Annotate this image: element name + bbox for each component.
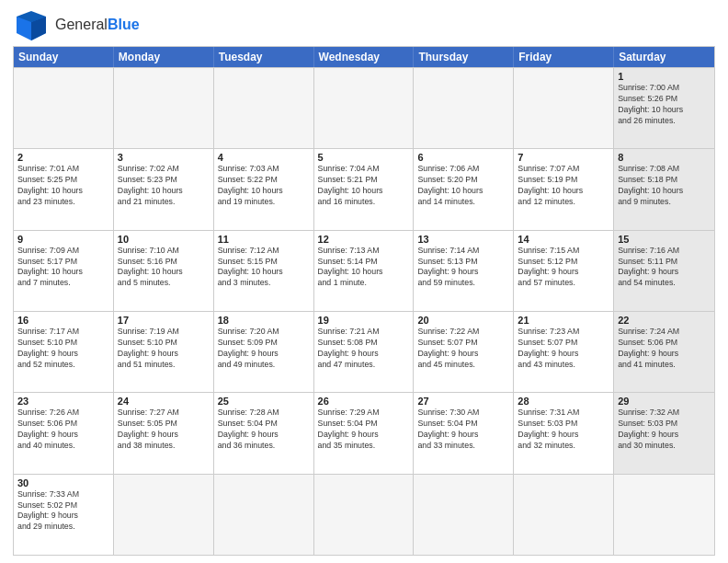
day-number: 28 bbox=[518, 396, 609, 407]
day-number: 7 bbox=[518, 152, 609, 163]
cal-cell-w2d6: 15Sunrise: 7:16 AM Sunset: 5:11 PM Dayli… bbox=[614, 231, 714, 311]
cal-cell-w1d5: 7Sunrise: 7:07 AM Sunset: 5:19 PM Daylig… bbox=[514, 149, 614, 229]
generalblue-logo-icon bbox=[13, 9, 50, 40]
day-info: Sunrise: 7:07 AM Sunset: 5:19 PM Dayligh… bbox=[518, 164, 609, 208]
cal-cell-w1d0: 2Sunrise: 7:01 AM Sunset: 5:25 PM Daylig… bbox=[14, 149, 114, 229]
day-number: 16 bbox=[17, 315, 109, 326]
calendar: SundayMondayTuesdayWednesdayThursdayFrid… bbox=[13, 46, 715, 556]
day-info: Sunrise: 7:13 AM Sunset: 5:14 PM Dayligh… bbox=[318, 246, 410, 290]
cal-cell-w2d0: 9Sunrise: 7:09 AM Sunset: 5:17 PM Daylig… bbox=[14, 231, 114, 311]
day-number: 1 bbox=[618, 71, 711, 82]
day-info: Sunrise: 7:12 AM Sunset: 5:15 PM Dayligh… bbox=[218, 246, 310, 290]
header-day-monday: Monday bbox=[114, 47, 214, 67]
cal-cell-w3d6: 22Sunrise: 7:24 AM Sunset: 5:06 PM Dayli… bbox=[614, 312, 714, 392]
day-info: Sunrise: 7:02 AM Sunset: 5:23 PM Dayligh… bbox=[118, 164, 210, 208]
day-number: 2 bbox=[17, 152, 109, 163]
day-number: 12 bbox=[318, 234, 410, 245]
cal-cell-w0d0 bbox=[14, 68, 114, 148]
day-info: Sunrise: 7:32 AM Sunset: 5:03 PM Dayligh… bbox=[618, 408, 711, 452]
day-info: Sunrise: 7:16 AM Sunset: 5:11 PM Dayligh… bbox=[618, 246, 711, 290]
day-info: Sunrise: 7:23 AM Sunset: 5:07 PM Dayligh… bbox=[518, 327, 609, 371]
cal-cell-w4d5: 28Sunrise: 7:31 AM Sunset: 5:03 PM Dayli… bbox=[514, 393, 614, 473]
day-number: 3 bbox=[118, 152, 210, 163]
week-row-1: 2Sunrise: 7:01 AM Sunset: 5:25 PM Daylig… bbox=[14, 148, 714, 229]
day-number: 17 bbox=[118, 315, 210, 326]
day-number: 5 bbox=[318, 152, 410, 163]
cal-cell-w0d4 bbox=[414, 68, 514, 148]
day-number: 25 bbox=[218, 396, 310, 407]
header-day-friday: Friday bbox=[514, 47, 614, 67]
cal-cell-w0d6: 1Sunrise: 7:00 AM Sunset: 5:26 PM Daylig… bbox=[614, 68, 714, 148]
cal-cell-w5d0: 30Sunrise: 7:33 AM Sunset: 5:02 PM Dayli… bbox=[14, 475, 114, 555]
cal-cell-w1d4: 6Sunrise: 7:06 AM Sunset: 5:20 PM Daylig… bbox=[414, 149, 514, 229]
day-info: Sunrise: 7:01 AM Sunset: 5:25 PM Dayligh… bbox=[17, 164, 109, 208]
cal-cell-w4d6: 29Sunrise: 7:32 AM Sunset: 5:03 PM Dayli… bbox=[614, 393, 714, 473]
day-info: Sunrise: 7:20 AM Sunset: 5:09 PM Dayligh… bbox=[218, 327, 310, 371]
cal-cell-w3d1: 17Sunrise: 7:19 AM Sunset: 5:10 PM Dayli… bbox=[114, 312, 214, 392]
day-info: Sunrise: 7:26 AM Sunset: 5:06 PM Dayligh… bbox=[17, 408, 109, 452]
cal-cell-w0d2 bbox=[214, 68, 314, 148]
day-info: Sunrise: 7:28 AM Sunset: 5:04 PM Dayligh… bbox=[218, 408, 310, 452]
cal-cell-w5d3 bbox=[314, 475, 415, 555]
cal-cell-w3d3: 19Sunrise: 7:21 AM Sunset: 5:08 PM Dayli… bbox=[314, 312, 415, 392]
cal-cell-w4d4: 27Sunrise: 7:30 AM Sunset: 5:04 PM Dayli… bbox=[414, 393, 514, 473]
cal-cell-w2d2: 11Sunrise: 7:12 AM Sunset: 5:15 PM Dayli… bbox=[214, 231, 314, 311]
calendar-header: SundayMondayTuesdayWednesdayThursdayFrid… bbox=[14, 47, 714, 67]
day-number: 14 bbox=[518, 234, 609, 245]
cal-cell-w5d4 bbox=[414, 475, 514, 555]
cal-cell-w4d2: 25Sunrise: 7:28 AM Sunset: 5:04 PM Dayli… bbox=[214, 393, 314, 473]
day-number: 26 bbox=[318, 396, 410, 407]
day-number: 21 bbox=[518, 315, 609, 326]
day-info: Sunrise: 7:09 AM Sunset: 5:17 PM Dayligh… bbox=[17, 246, 109, 290]
cal-cell-w1d3: 5Sunrise: 7:04 AM Sunset: 5:21 PM Daylig… bbox=[314, 149, 415, 229]
cal-cell-w3d5: 21Sunrise: 7:23 AM Sunset: 5:07 PM Dayli… bbox=[514, 312, 614, 392]
cal-cell-w5d1 bbox=[114, 475, 214, 555]
week-row-5: 30Sunrise: 7:33 AM Sunset: 5:02 PM Dayli… bbox=[14, 474, 714, 555]
day-number: 4 bbox=[218, 152, 310, 163]
day-number: 20 bbox=[417, 315, 509, 326]
logo-general: General bbox=[55, 17, 108, 32]
day-info: Sunrise: 7:22 AM Sunset: 5:07 PM Dayligh… bbox=[417, 327, 509, 371]
day-info: Sunrise: 7:33 AM Sunset: 5:02 PM Dayligh… bbox=[17, 489, 109, 534]
cal-cell-w1d6: 8Sunrise: 7:08 AM Sunset: 5:18 PM Daylig… bbox=[614, 149, 714, 229]
cal-cell-w3d4: 20Sunrise: 7:22 AM Sunset: 5:07 PM Dayli… bbox=[414, 312, 514, 392]
day-number: 8 bbox=[618, 152, 711, 163]
header-day-saturday: Saturday bbox=[614, 47, 714, 67]
week-row-3: 16Sunrise: 7:17 AM Sunset: 5:10 PM Dayli… bbox=[14, 311, 714, 392]
day-info: Sunrise: 7:30 AM Sunset: 5:04 PM Dayligh… bbox=[417, 408, 509, 452]
day-number: 29 bbox=[618, 396, 711, 407]
cal-cell-w5d5 bbox=[514, 475, 614, 555]
day-number: 24 bbox=[118, 396, 210, 407]
week-row-0: 1Sunrise: 7:00 AM Sunset: 5:26 PM Daylig… bbox=[14, 67, 714, 148]
day-info: Sunrise: 7:04 AM Sunset: 5:21 PM Dayligh… bbox=[318, 164, 410, 208]
day-info: Sunrise: 7:03 AM Sunset: 5:22 PM Dayligh… bbox=[218, 164, 310, 208]
day-number: 15 bbox=[618, 234, 711, 245]
cal-cell-w3d2: 18Sunrise: 7:20 AM Sunset: 5:09 PM Dayli… bbox=[214, 312, 314, 392]
cal-cell-w2d3: 12Sunrise: 7:13 AM Sunset: 5:14 PM Dayli… bbox=[314, 231, 415, 311]
day-info: Sunrise: 7:29 AM Sunset: 5:04 PM Dayligh… bbox=[318, 408, 410, 452]
cal-cell-w5d6 bbox=[614, 475, 714, 555]
day-number: 11 bbox=[218, 234, 310, 245]
day-info: Sunrise: 7:19 AM Sunset: 5:10 PM Dayligh… bbox=[118, 327, 210, 371]
cal-cell-w2d4: 13Sunrise: 7:14 AM Sunset: 5:13 PM Dayli… bbox=[414, 231, 514, 311]
day-number: 23 bbox=[17, 396, 109, 407]
cal-cell-w0d5 bbox=[514, 68, 614, 148]
cal-cell-w5d2 bbox=[214, 475, 314, 555]
header-day-tuesday: Tuesday bbox=[214, 47, 314, 67]
day-info: Sunrise: 7:08 AM Sunset: 5:18 PM Dayligh… bbox=[618, 164, 711, 208]
day-number: 27 bbox=[417, 396, 509, 407]
logo: GeneralBlue bbox=[13, 9, 140, 40]
cal-cell-w0d1 bbox=[114, 68, 214, 148]
header-day-sunday: Sunday bbox=[14, 47, 114, 67]
cal-cell-w3d0: 16Sunrise: 7:17 AM Sunset: 5:10 PM Dayli… bbox=[14, 312, 114, 392]
day-info: Sunrise: 7:27 AM Sunset: 5:05 PM Dayligh… bbox=[118, 408, 210, 452]
day-number: 19 bbox=[318, 315, 410, 326]
logo-blue: Blue bbox=[108, 17, 140, 32]
day-number: 6 bbox=[417, 152, 509, 163]
week-row-4: 23Sunrise: 7:26 AM Sunset: 5:06 PM Dayli… bbox=[14, 392, 714, 473]
day-number: 30 bbox=[17, 477, 109, 488]
day-info: Sunrise: 7:14 AM Sunset: 5:13 PM Dayligh… bbox=[417, 246, 509, 290]
day-info: Sunrise: 7:06 AM Sunset: 5:20 PM Dayligh… bbox=[417, 164, 509, 208]
cal-cell-w2d1: 10Sunrise: 7:10 AM Sunset: 5:16 PM Dayli… bbox=[114, 231, 214, 311]
day-info: Sunrise: 7:17 AM Sunset: 5:10 PM Dayligh… bbox=[17, 327, 109, 371]
